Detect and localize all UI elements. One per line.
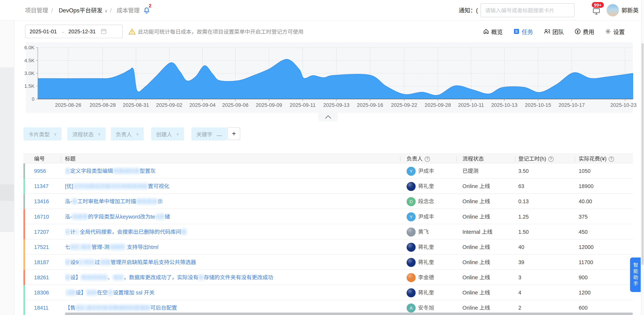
search-input[interactable] — [481, 4, 574, 17]
card-title-link[interactable]: 国设9】项目过滤器管理开启缺陷菜单后支持公共筛选器 — [65, 255, 406, 270]
table-row[interactable]: 18306【国设】支持在空间设置增加 ssl 开关蒋礼奎Online 上线412… — [23, 285, 633, 300]
table-row[interactable]: 16710泓-创建聚的字段类型从keyword改为text存储Y尹成丰Onlin… — [23, 209, 633, 224]
table-row[interactable]: 17207设计c 全局代码搜索，会搜索出已删除的代码库问题黄飞Internal … — [23, 224, 633, 240]
card-title-link[interactable]: 国设】修改空间名、域名，数据库更改成功了，实际没有检存储的文件夹有没有更改成功 — [65, 270, 406, 285]
svg-text:3.0K: 3.0K — [24, 70, 35, 76]
cost-value: 450 — [579, 224, 588, 240]
card-title-link[interactable]: 泓-创建聚的字段类型从keyword改为text存储 — [65, 209, 406, 224]
tab-gear[interactable]: 设置 — [605, 27, 624, 35]
card-title-link[interactable]: 设计c 全局代码搜索，会搜索出已删除的代码库问题 — [65, 224, 406, 240]
chevron-down-icon: ∨ — [98, 132, 101, 136]
svg-text:2025-09-09: 2025-09-09 — [256, 102, 282, 108]
svg-text:2025-10-23: 2025-10-23 — [610, 102, 636, 108]
column-divider — [574, 156, 575, 162]
status-text: 已提测 — [462, 163, 479, 179]
svg-text:2025-08-28: 2025-08-28 — [90, 102, 116, 108]
column-divider — [400, 156, 400, 162]
status-text: Online 上线 — [462, 179, 490, 194]
cost-value: 1200 — [579, 285, 590, 300]
help-icon[interactable]: ? — [548, 156, 554, 162]
table-row[interactable]: 11347[优]工作台概览页面卡片布局支持配置可视化蒋礼奎Online 上线63… — [23, 179, 633, 194]
column-header-1: 标题 — [65, 154, 76, 164]
card-title-link[interactable]: 泓-泰工时审批单中增加工时描述信息显示 — [65, 194, 406, 209]
notification-icon[interactable] — [592, 7, 600, 15]
sidebar-section — [0, 67, 14, 232]
table-row[interactable]: 18187国设9】项目过滤器管理开启缺陷菜单后支持公共筛选器蒋礼奎Online … — [23, 255, 633, 270]
breadcrumb-projects[interactable]: 项目管理 — [25, 0, 48, 20]
owner-avatar — [406, 228, 416, 237]
tab-home[interactable]: 概览 — [483, 27, 502, 35]
card-id-link[interactable]: 13416 — [34, 194, 49, 209]
card-id-link[interactable]: 9956 — [34, 163, 46, 179]
svg-text:2025-09-06: 2025-09-06 — [222, 102, 248, 108]
filter-keyword-4[interactable]: 关键字 — [192, 127, 227, 140]
owner-name: 尹成丰 — [418, 209, 434, 224]
table-row[interactable]: 17521七彩】需求管理-测试报秒 支持导出html蒋礼奎Online 上线40… — [23, 240, 633, 255]
status-text: Online 上线 — [462, 270, 490, 285]
add-filter-button[interactable]: + — [228, 127, 240, 140]
vertical-scrollbar-thumb[interactable] — [642, 43, 644, 265]
project-notice-bell-icon[interactable]: 2 — [143, 6, 150, 14]
card-title-link[interactable]: 【国设】支持在空间设置增加 ssl 开关 — [65, 285, 406, 300]
column-divider — [456, 156, 456, 162]
daily-cost-chart: 2025-08-262025-08-282025-08-312025-09-02… — [26, 42, 633, 113]
filter-select-3[interactable]: 创建人∨ — [151, 127, 184, 140]
status-text: Online 上线 — [462, 285, 490, 300]
filter-select-2[interactable]: 负责人∨ — [111, 127, 144, 140]
card-id-link[interactable]: 18261 — [34, 270, 49, 285]
card-title-link[interactable]: 自定义字段类型编辑时错误的类型置灰 — [65, 163, 406, 179]
chevron-down-icon: ∨ — [54, 132, 57, 136]
date-start[interactable]: 2025-01-01 — [30, 28, 57, 34]
card-type-color-bar — [23, 240, 25, 255]
collapse-chart-button[interactable] — [318, 113, 338, 122]
horizontal-scrollbar-thumb[interactable] — [65, 313, 633, 315]
table-row[interactable]: 9956自定义字段类型编辑时错误的类型置灰Y尹成丰已提测3.501050 — [23, 163, 633, 179]
card-search-box[interactable] — [480, 3, 574, 17]
table-row[interactable]: 18261国设】修改空间名、域名，数据库更改成功了，实际没有检存储的文件夹有没有… — [23, 270, 633, 285]
collapsed-sidebar[interactable] — [0, 20, 14, 315]
tab-list[interactable]: 任务 — [514, 27, 533, 35]
date-range-picker[interactable]: 2025-01-01 → 2025-12-31 — [25, 25, 123, 38]
card-id-link[interactable]: 17207 — [34, 224, 49, 240]
user-avatar[interactable] — [606, 4, 619, 16]
screen: 项目管理 / DevOps平台研发∨ / 成本管理 2 通知：( 99+ 郭新英… — [0, 0, 644, 315]
status-text: Online 上线 — [462, 209, 490, 224]
help-icon[interactable]: ? — [609, 156, 614, 162]
card-id-link[interactable]: 18187 — [34, 255, 49, 270]
card-title-link[interactable]: [优]工作台概览页面卡片布局支持配置可视化 — [65, 179, 406, 194]
svg-text:2025-10-13: 2025-10-13 — [491, 102, 518, 108]
filter-select-1[interactable]: 流程状态∨ — [68, 127, 106, 140]
cost-value: 12000 — [579, 240, 594, 255]
svg-text:2025-09-02: 2025-09-02 — [156, 102, 182, 108]
help-icon[interactable]: ? — [425, 156, 430, 162]
card-title-link[interactable]: 七彩】需求管理-测试报秒 支持导出html — [65, 240, 406, 255]
svg-text:2025-10-11: 2025-10-11 — [458, 102, 484, 108]
hours-value: 4 — [518, 285, 521, 300]
column-divider — [515, 156, 515, 162]
column-header-5: 实际花费(¥)? — [579, 154, 614, 164]
breadcrumb-project[interactable]: DevOps平台研发∨ — [59, 0, 108, 20]
column-header-0: 编号 — [34, 154, 45, 164]
card-type-color-bar — [23, 300, 25, 315]
table-row[interactable]: 13416泓-泰工时审批单中增加工时描述信息显示D段念念Online 上线0.1… — [23, 194, 633, 209]
card-id-link[interactable]: 11347 — [34, 179, 48, 194]
sidebar-active-item[interactable] — [0, 184, 14, 201]
ai-assistant-button[interactable]: 智能助手 — [630, 258, 641, 292]
card-type-color-bar — [23, 179, 25, 194]
tab-yuan[interactable]: 费用 — [574, 27, 594, 35]
user-name[interactable]: 郭新英 — [622, 0, 639, 20]
card-id-link[interactable]: 16710 — [34, 209, 49, 224]
card-id-link[interactable]: 18306 — [34, 285, 49, 300]
card-id-link[interactable]: 18411 — [34, 300, 48, 315]
tab-team[interactable]: 团队 — [544, 27, 564, 35]
filter-select-0[interactable]: 卡片类型∨ — [23, 127, 62, 140]
owner-name: 黄飞 — [418, 224, 429, 240]
status-text: Online 上线 — [462, 255, 490, 270]
cost-value: 40.00 — [579, 194, 592, 209]
chevron-down-icon: ∨ — [176, 132, 179, 136]
card-id-link[interactable]: 17521 — [34, 240, 49, 255]
date-end[interactable]: 2025-12-31 — [68, 28, 96, 34]
owner-avatar: Y — [406, 212, 416, 221]
owner-avatar: Y — [406, 167, 416, 176]
cost-value: 900 — [579, 270, 588, 285]
